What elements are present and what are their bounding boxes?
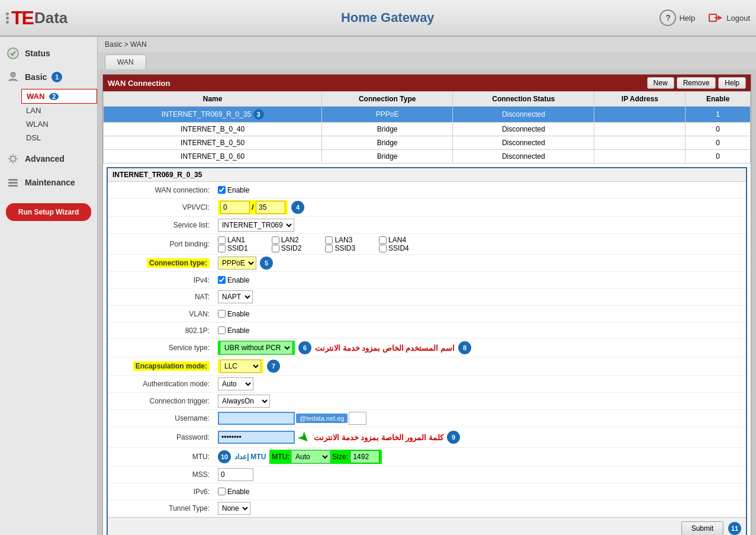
port-binding-col4: LAN4 SSID4 [379, 236, 409, 252]
trigger-select[interactable]: AlwaysOn OnDemand [218, 395, 270, 408]
help-table-button[interactable]: Help [718, 77, 746, 89]
username-suffix-input[interactable] [349, 412, 366, 425]
svg-rect-6 [8, 179, 18, 181]
svg-point-4 [11, 156, 15, 161]
main-layout: Status Basic 1 WAN 2 LAN WLAN DSL [0, 37, 756, 535]
table-row[interactable]: INTERNET_TR069_R_0_35 3PPPoEDisconnected… [104, 107, 751, 123]
mss-input[interactable] [218, 468, 253, 481]
service-list-label: Service list: [108, 219, 214, 232]
wan-tab[interactable]: WAN [105, 55, 146, 69]
wan-connection-row: WAN connection: Enable [108, 182, 746, 198]
password-input[interactable] [218, 431, 295, 444]
ipv6-checkbox-label: Enable [218, 488, 249, 496]
mss-value [214, 466, 746, 483]
remove-button[interactable]: Remove [677, 77, 716, 89]
service-type-row: Service type: UBR without PCR UBR with P… [108, 339, 746, 357]
wan-table-title: WAN Connection [108, 79, 170, 88]
ipv4-checkbox-label: Enable [218, 276, 249, 284]
mtu-text: إعداد MTU [234, 453, 266, 461]
vci-input[interactable] [256, 201, 285, 214]
ssid2-label: SSID2 [272, 244, 302, 252]
auth-row: Authentication mode: Auto PAP CHAP [108, 376, 746, 393]
port-binding-value: LAN1 SSID1 LAN2 SSID2 LAN3 SSID3 [214, 234, 746, 254]
auth-value: Auto PAP CHAP [214, 376, 746, 392]
lan2-checkbox[interactable] [272, 236, 279, 244]
8021p-row: 802.1P: Enable [108, 322, 746, 339]
ssid3-checkbox[interactable] [325, 245, 333, 252]
ipv6-value: Enable [214, 486, 746, 498]
trigger-label: Connection trigger: [108, 395, 214, 408]
basic-label: Basic [25, 72, 47, 82]
encap-select[interactable]: LLC VC Mux [220, 360, 261, 373]
sidebar-item-maintenance[interactable]: Maintenance [0, 171, 97, 194]
ssid2-checkbox[interactable] [272, 245, 279, 252]
wan-connection-checkbox[interactable] [218, 186, 226, 194]
auth-select[interactable]: Auto PAP CHAP [218, 377, 253, 390]
ipv4-checkbox[interactable] [218, 276, 226, 284]
lan3-checkbox[interactable] [325, 236, 333, 244]
service-type-select[interactable]: UBR without PCR UBR with PCR CBR [220, 341, 292, 354]
username-input[interactable] [218, 412, 295, 425]
connection-enable: 1 [686, 107, 751, 123]
nat-select[interactable]: NAPT None [218, 290, 253, 303]
sidebar-item-basic[interactable]: Basic 1 [0, 65, 97, 89]
sidebar-item-lan[interactable]: LAN [21, 104, 97, 117]
vlan-label: VLAN: [108, 307, 214, 321]
maintenance-icon [6, 175, 20, 190]
mtu-size-input[interactable] [350, 450, 379, 463]
ipv6-checkbox[interactable] [218, 488, 226, 495]
connection-type-label: Connection type: [108, 257, 214, 270]
sidebar-item-advanced[interactable]: Advanced [0, 147, 97, 171]
logout-button[interactable]: Logout [707, 9, 750, 26]
sidebar-item-dsl[interactable]: DSL [21, 131, 97, 145]
mtu-select[interactable]: Auto Manual [291, 450, 330, 463]
service-type-highlight: UBR without PCR UBR with PCR CBR [218, 341, 295, 355]
password-value: ➤ كلمة المرور الخاصة بمزود خدمة الانترنت… [214, 427, 746, 447]
mtu-size-label: Size: [332, 453, 348, 461]
ipv4-value: Enable [214, 274, 746, 286]
domain-badge: @tedata.net.eg [296, 414, 348, 423]
new-button[interactable]: New [647, 77, 674, 89]
submit-button[interactable]: Submit [681, 521, 723, 535]
connection-type-badge: 5 [260, 257, 273, 270]
lan1-checkbox[interactable] [218, 236, 226, 244]
service-type-value: UBR without PCR UBR with PCR CBR 6 اسم ا… [214, 339, 746, 357]
sidebar-item-wan[interactable]: WAN 2 [21, 89, 97, 104]
svg-rect-5 [8, 182, 18, 184]
connection-type-row: Connection type: PPPoE Bridge IPoE 5 [108, 255, 746, 272]
vpivci-highlight: / [218, 200, 288, 214]
vlan-value: Enable [214, 308, 746, 320]
help-button[interactable]: ? Help [660, 9, 695, 26]
service-type-badge: 6 [298, 341, 311, 354]
ipv4-row: IPv4: Enable [108, 272, 746, 289]
advanced-icon [6, 152, 20, 166]
encap-row: Encapsulation mode: LLC VC Mux 7 [108, 357, 746, 376]
lan4-checkbox[interactable] [379, 236, 387, 244]
service-list-row: Service list: INTERNET_TR069 [108, 217, 746, 234]
vpi-input[interactable] [220, 201, 250, 214]
ssid4-checkbox[interactable] [379, 245, 387, 252]
run-setup-wizard-button[interactable]: Run Setup Wizard [6, 203, 91, 221]
table-row[interactable]: INTERNET_B_0_60BridgeDisconnected0 [104, 150, 751, 164]
table-row[interactable]: INTERNET_B_0_50BridgeDisconnected0 [104, 136, 751, 150]
logo-dots [6, 12, 9, 24]
8021p-checkbox[interactable] [218, 326, 226, 334]
service-list-select[interactable]: INTERNET_TR069 [218, 219, 294, 232]
ssid1-checkbox[interactable] [218, 245, 226, 252]
svg-point-2 [8, 48, 18, 59]
table-row[interactable]: INTERNET_B_0_40BridgeDisconnected0 [104, 123, 751, 136]
vlan-checkbox[interactable] [218, 310, 226, 318]
basic-icon [6, 70, 20, 84]
col-type: Connection Type [322, 92, 453, 107]
sidebar-item-status[interactable]: Status [0, 41, 97, 65]
logout-icon [707, 9, 723, 26]
port-binding-label: Port binding: [108, 238, 214, 251]
connection-type-select[interactable]: PPPoE Bridge IPoE [218, 257, 256, 270]
8021p-value: Enable [214, 325, 746, 337]
connection-type: PPPoE [322, 107, 453, 123]
8021p-label: 802.1P: [108, 324, 214, 337]
tunnel-select[interactable]: None 6in4 6to4 [218, 502, 250, 515]
sidebar-item-wlan[interactable]: WLAN [21, 117, 97, 131]
col-name: Name [104, 92, 322, 107]
wan-connection-checkbox-label: Enable [218, 186, 249, 194]
